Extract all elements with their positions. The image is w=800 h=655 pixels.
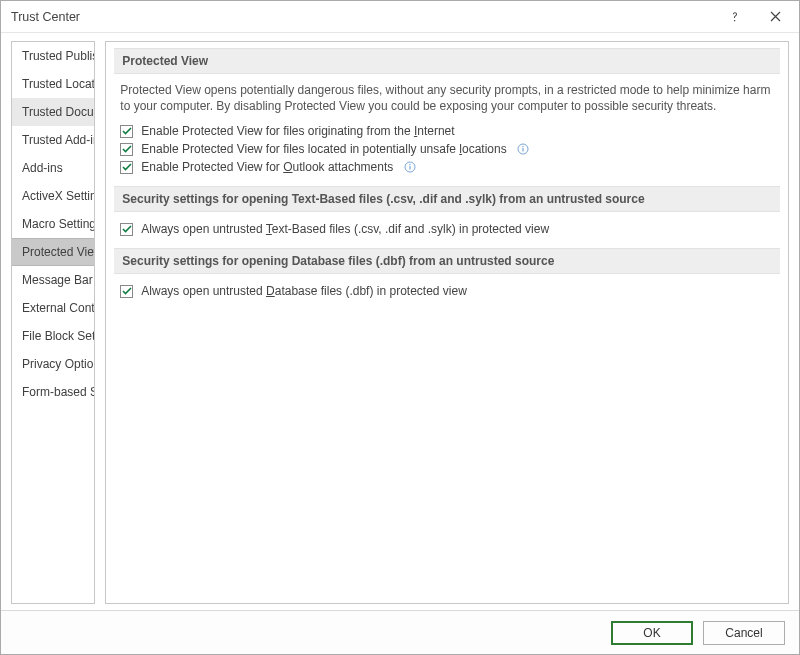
sidebar-item-label: File Block Settings <box>22 329 95 343</box>
section-header-protected-view: Protected View <box>114 48 780 74</box>
check-icon <box>122 144 132 154</box>
check-icon <box>122 224 132 234</box>
trust-center-dialog: Trust Center Trusted Publishers Trusted … <box>0 0 800 655</box>
check-icon <box>122 162 132 172</box>
sidebar-item-label: Trusted Publishers <box>22 49 95 63</box>
sidebar-item-label: Trusted Add-in Catalogs <box>22 133 95 147</box>
check-icon <box>122 286 132 296</box>
sidebar-item-trusted-addin-catalogs[interactable]: Trusted Add-in Catalogs <box>12 126 94 154</box>
checkbox-database[interactable] <box>120 285 133 298</box>
checkbox-label: Always open untrusted Text-Based files (… <box>141 222 549 236</box>
checkbox-label: Enable Protected View for Outlook attach… <box>141 160 393 174</box>
section-body-text-based: Always open untrusted Text-Based files (… <box>114 220 780 248</box>
sidebar-item-label: Message Bar <box>22 273 93 287</box>
sidebar-item-label: Form-based Sign-in <box>22 385 95 399</box>
checkbox-row-pv-internet[interactable]: Enable Protected View for files originat… <box>120 122 774 140</box>
info-icon[interactable] <box>517 143 530 156</box>
check-icon <box>122 126 132 136</box>
checkbox-row-pv-unsafe-locations[interactable]: Enable Protected View for files located … <box>120 140 774 158</box>
info-icon[interactable] <box>403 161 416 174</box>
checkbox-label: Enable Protected View for files originat… <box>141 124 454 138</box>
section-body-database: Always open untrusted Database files (.d… <box>114 282 780 310</box>
checkbox-row-pv-outlook[interactable]: Enable Protected View for Outlook attach… <box>120 158 774 176</box>
sidebar-item-label: Protected View <box>22 245 95 259</box>
sidebar-item-privacy-options[interactable]: Privacy Options <box>12 350 94 378</box>
sidebar-item-label: Trusted Documents <box>22 105 95 119</box>
sidebar-item-file-block-settings[interactable]: File Block Settings <box>12 322 94 350</box>
sidebar-item-trusted-locations[interactable]: Trusted Locations <box>12 70 94 98</box>
checkbox-label: Enable Protected View for files located … <box>141 142 506 156</box>
sidebar-item-label: Privacy Options <box>22 357 95 371</box>
protected-view-description: Protected View opens potentially dangero… <box>120 82 774 114</box>
sidebar-item-label: ActiveX Settings <box>22 189 95 203</box>
sidebar-item-form-based-sign-in[interactable]: Form-based Sign-in <box>12 378 94 406</box>
close-button[interactable] <box>755 3 795 31</box>
ok-button[interactable]: OK <box>611 621 693 645</box>
checkbox-row-textbased[interactable]: Always open untrusted Text-Based files (… <box>120 220 774 238</box>
close-icon <box>770 11 781 22</box>
sidebar-item-message-bar[interactable]: Message Bar <box>12 266 94 294</box>
sidebar-item-label: External Content <box>22 301 95 315</box>
checkbox-textbased[interactable] <box>120 223 133 236</box>
sidebar-item-external-content[interactable]: External Content <box>12 294 94 322</box>
svg-rect-1 <box>523 148 524 152</box>
cancel-button[interactable]: Cancel <box>703 621 785 645</box>
window-title: Trust Center <box>11 10 715 24</box>
svg-rect-4 <box>409 166 410 170</box>
section-header-database: Security settings for opening Database f… <box>114 248 780 274</box>
sidebar-item-label: Trusted Locations <box>22 77 95 91</box>
help-button[interactable] <box>715 3 755 31</box>
help-icon <box>729 11 741 23</box>
checkbox-row-database[interactable]: Always open untrusted Database files (.d… <box>120 282 774 300</box>
sidebar-item-trusted-publishers[interactable]: Trusted Publishers <box>12 42 94 70</box>
sidebar-item-add-ins[interactable]: Add-ins <box>12 154 94 182</box>
svg-rect-5 <box>409 164 410 165</box>
checkbox-pv-outlook[interactable] <box>120 161 133 174</box>
sidebar-item-label: Add-ins <box>22 161 63 175</box>
section-header-text-based: Security settings for opening Text-Based… <box>114 186 780 212</box>
sidebar-item-trusted-documents[interactable]: Trusted Documents <box>12 98 94 126</box>
sidebar-item-activex-settings[interactable]: ActiveX Settings <box>12 182 94 210</box>
titlebar: Trust Center <box>1 1 799 33</box>
sidebar-item-macro-settings[interactable]: Macro Settings <box>12 210 94 238</box>
dialog-footer: OK Cancel <box>1 610 799 654</box>
checkbox-pv-internet[interactable] <box>120 125 133 138</box>
content-panel: Protected View Protected View opens pote… <box>105 41 789 604</box>
sidebar-item-label: Macro Settings <box>22 217 95 231</box>
checkbox-pv-unsafe-locations[interactable] <box>120 143 133 156</box>
category-sidebar: Trusted Publishers Trusted Locations Tru… <box>11 41 95 604</box>
dialog-body: Trusted Publishers Trusted Locations Tru… <box>1 33 799 610</box>
svg-rect-2 <box>523 146 524 147</box>
sidebar-item-protected-view[interactable]: Protected View <box>12 238 94 266</box>
checkbox-label: Always open untrusted Database files (.d… <box>141 284 467 298</box>
section-body-protected-view: Protected View opens potentially dangero… <box>114 82 780 186</box>
